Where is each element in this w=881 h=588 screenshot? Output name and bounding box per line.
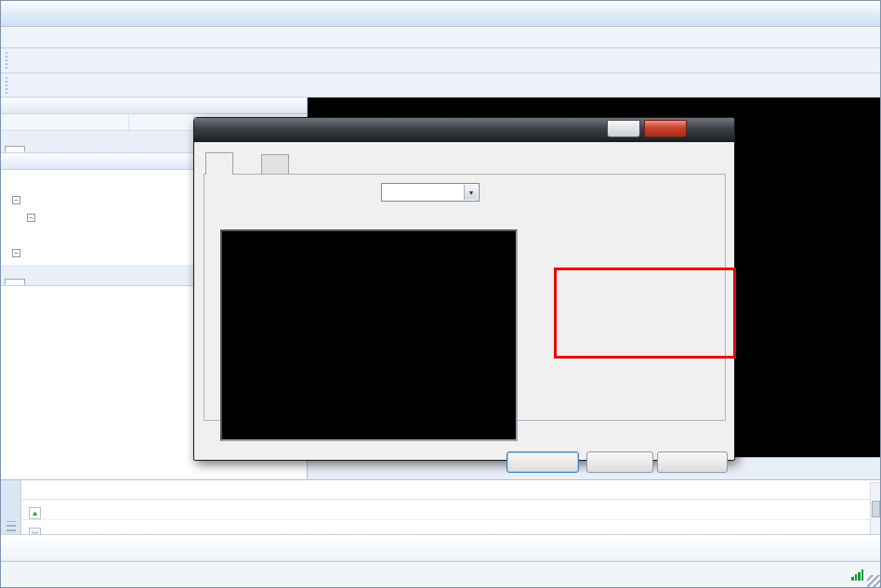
tree-item-account[interactable] bbox=[55, 228, 59, 244]
mt4-window: × − − − bbox=[0, 0, 881, 588]
colors-tab-page: ▾ bbox=[204, 174, 726, 421]
toolbar-grip[interactable] bbox=[6, 77, 10, 94]
resize-grip[interactable] bbox=[867, 575, 880, 588]
dialog-close-button[interactable] bbox=[644, 120, 687, 137]
open-time bbox=[101, 520, 220, 534]
stop-loss bbox=[443, 520, 494, 534]
chevron-down-icon[interactable]: ▾ bbox=[464, 185, 478, 200]
collapse-icon[interactable]: − bbox=[27, 214, 35, 222]
dialog-body: ▾ bbox=[194, 142, 734, 460]
market-watch-header bbox=[1, 98, 307, 114]
tree-item-server[interactable]: − bbox=[27, 210, 43, 227]
menu-bar bbox=[1, 27, 880, 48]
status-items bbox=[1, 562, 844, 588]
column-divider bbox=[128, 114, 129, 130]
take-profit bbox=[494, 520, 546, 534]
tab-colors[interactable] bbox=[205, 152, 233, 175]
history-row-trade[interactable]: ▤ bbox=[21, 520, 870, 534]
order-doc-icon: ▤ bbox=[29, 528, 41, 534]
swap bbox=[731, 520, 784, 534]
annotation-red-box bbox=[554, 268, 736, 359]
title-bar bbox=[1, 1, 880, 27]
deposit-arrow-icon: ▲ bbox=[29, 507, 41, 519]
help-button[interactable] bbox=[607, 120, 640, 137]
order-type bbox=[220, 500, 276, 519]
profit-value bbox=[784, 520, 854, 534]
collapse-icon[interactable]: − bbox=[12, 249, 20, 257]
tree-item-accounts[interactable]: − bbox=[12, 192, 28, 209]
symbol bbox=[319, 520, 391, 534]
color-scheme-select[interactable]: ▾ bbox=[381, 183, 480, 202]
open-price bbox=[391, 520, 443, 534]
scrollbar-thumb[interactable] bbox=[872, 501, 880, 517]
standard-toolbar bbox=[1, 48, 880, 73]
tree-item-broker[interactable] bbox=[8, 174, 12, 190]
tab-common[interactable] bbox=[5, 279, 25, 285]
history-rows: ▲ ▤ bbox=[21, 499, 870, 534]
tab-common[interactable] bbox=[261, 154, 289, 175]
close-time bbox=[546, 520, 680, 534]
close-price bbox=[680, 520, 731, 534]
ok-button[interactable] bbox=[506, 451, 579, 473]
tree-item-indicators[interactable]: − bbox=[12, 245, 28, 262]
toolbar-grip[interactable] bbox=[6, 52, 10, 69]
terminal-tabs bbox=[1, 534, 881, 560]
cancel-button[interactable] bbox=[586, 451, 653, 473]
status-bar bbox=[1, 561, 881, 588]
collapse-icon[interactable]: − bbox=[12, 196, 20, 204]
history-row-balance[interactable]: ▲ bbox=[21, 500, 870, 520]
tab-symbols[interactable] bbox=[5, 146, 25, 152]
lots bbox=[276, 520, 319, 534]
properties-dialog: ▾ bbox=[193, 117, 735, 461]
tab-tick-chart[interactable] bbox=[25, 146, 46, 152]
connection-signal-icon bbox=[851, 569, 863, 581]
dialog-title-bar[interactable] bbox=[194, 118, 734, 142]
reset-button[interactable] bbox=[657, 451, 728, 473]
order-type bbox=[220, 520, 276, 534]
chart-preview bbox=[220, 229, 518, 441]
tab-favorites[interactable] bbox=[25, 279, 46, 285]
terminal-panel: ▲ ▤ bbox=[1, 479, 881, 559]
drawing-toolbar bbox=[1, 73, 880, 98]
terminal-scrollbar[interactable] bbox=[870, 482, 881, 536]
open-time bbox=[101, 500, 220, 519]
